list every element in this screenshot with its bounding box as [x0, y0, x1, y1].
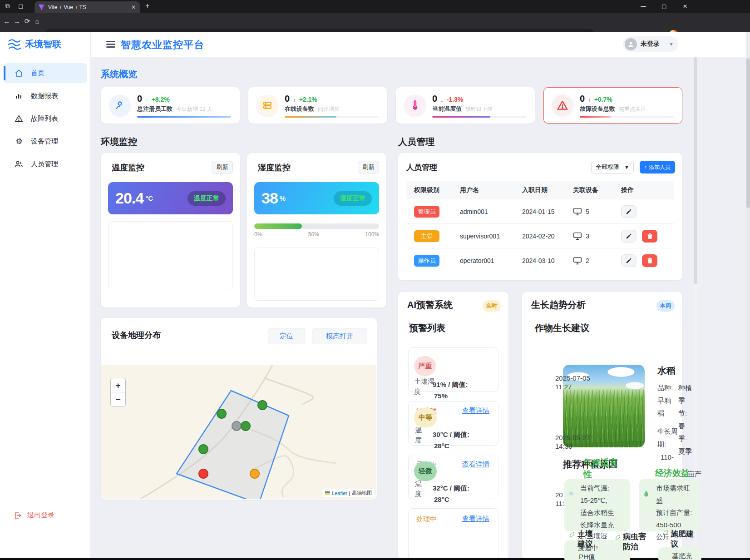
col-devices: 关联设备 — [565, 186, 613, 194]
sidebar-item-home[interactable]: 首页 — [4, 63, 87, 83]
sidebar-item-label: 设备管理 — [31, 137, 58, 146]
delete-button[interactable] — [642, 230, 657, 243]
climate-title: 气候适宜性 — [583, 457, 618, 481]
window-maximize-button[interactable]: ▢ — [656, 1, 672, 12]
trend-percent: +8.2% — [152, 96, 170, 103]
locate-button[interactable]: 定位 — [268, 328, 305, 344]
device-marker[interactable] — [217, 409, 227, 419]
realtime-badge: 实时 — [483, 300, 501, 312]
alert-threshold: 28°C — [434, 440, 449, 451]
device-marker[interactable] — [250, 469, 260, 479]
map-roads-layer — [101, 365, 376, 499]
scale-0: 0% — [254, 231, 262, 238]
edit-button[interactable] — [621, 205, 637, 218]
pencil-icon — [626, 233, 632, 239]
window-minimize-button[interactable]: — — [636, 1, 651, 12]
trend-percent: +0.7% — [594, 96, 612, 103]
chevron-down-icon: ▼ — [669, 41, 674, 47]
chevron-down-icon: ▼ — [624, 164, 629, 170]
device-marker[interactable] — [257, 400, 267, 410]
device-marker[interactable] — [198, 444, 208, 454]
sidebar-item-label: 人员管理 — [31, 160, 58, 168]
vite-favicon — [39, 5, 44, 10]
temperature-status-badge: 温度正常 — [188, 191, 226, 206]
crop-info-col1: 品种:早籼稻 — [657, 382, 673, 420]
sidebar-item-label: 首页 — [31, 69, 44, 78]
tab-title: Vite + Vue + TS — [48, 4, 128, 10]
browser-tab-bar: ⧉ ◻ Vite + Vue + TS ✕ + — ▢ ✕ — [0, 0, 750, 13]
device-marker[interactable] — [241, 421, 251, 431]
back-icon[interactable]: ← — [2, 17, 12, 25]
alert-item: 处理中 查看详情 — [408, 508, 498, 560]
home-icon[interactable]: ⌂ — [32, 17, 42, 25]
brand-name: 禾境智联 — [25, 38, 61, 50]
stat-card-faults: 0 ↑ +0.7% 故障设备总数 需重点关注 — [543, 87, 682, 124]
leaflet-link[interactable]: Leaflet — [332, 491, 347, 496]
tab-close-icon[interactable]: ✕ — [131, 4, 136, 10]
logo: 禾境智联 — [0, 32, 91, 57]
date-cell: 2024-03-10 — [514, 257, 565, 264]
forward-icon[interactable]: → — [12, 17, 22, 25]
pest-title: 病虫害防治 — [623, 532, 646, 552]
field-polygon — [177, 391, 289, 499]
hamburger-menu-icon[interactable] — [106, 41, 115, 48]
leaf-icon — [615, 535, 621, 540]
growth-card-title: 生长趋势分析 — [531, 299, 586, 311]
humidity-banner: 38 % 湿度正常 — [254, 182, 379, 214]
window-close-button[interactable]: ✕ — [677, 1, 693, 12]
user-menu[interactable]: 未登录 ▼ — [623, 36, 678, 52]
device-count: 2 — [586, 257, 589, 264]
section-title-overview: 系统概览 — [101, 68, 137, 80]
open-modal-button[interactable]: 模态打开 — [312, 328, 367, 344]
view-detail-link[interactable]: 查看详情 — [462, 460, 489, 469]
view-detail-link[interactable]: 查看详情 — [462, 515, 489, 523]
browser-tab[interactable]: Vite + Vue + TS ✕ — [35, 1, 140, 13]
permission-filter-select[interactable]: 全部权限 ▼ — [591, 161, 634, 173]
user-avatar — [625, 38, 637, 50]
new-tab-button[interactable]: + — [145, 2, 149, 10]
view-detail-link[interactable]: 查看详情 — [462, 406, 489, 415]
tab-actions-icon[interactable]: ◻ — [18, 2, 24, 10]
stat-progress-track — [580, 116, 674, 118]
sidebar-item-faults[interactable]: 故障列表 — [4, 109, 87, 129]
add-person-button[interactable]: + 添加人员 — [640, 161, 675, 173]
refresh-icon[interactable]: ⟳ — [22, 17, 32, 25]
sidebar-item-devices[interactable]: ⚙ 设备管理 — [4, 131, 87, 151]
col-date: 入职日期 — [514, 186, 565, 194]
delete-button[interactable] — [642, 254, 657, 267]
sidebar-item-label: 数据报表 — [31, 92, 58, 100]
photo-timestamp-fragment: 2011: — [555, 491, 564, 508]
map-provider-link[interactable]: 高德地图 — [352, 490, 372, 496]
sidebar-item-personnel[interactable]: 人员管理 — [4, 154, 87, 174]
alert-threshold: 75% — [434, 390, 448, 401]
sidebar-item-reports[interactable]: 数据报表 — [4, 86, 87, 106]
leaflet-map[interactable]: + − Leaflet | 高德地图 — [101, 365, 376, 499]
zoom-out-button[interactable]: − — [111, 392, 125, 406]
humidity-card-title: 湿度监控 — [258, 162, 291, 173]
logout-button[interactable]: 退出登录 — [14, 511, 54, 520]
device-marker[interactable] — [232, 421, 242, 431]
server-stat-icon — [257, 95, 278, 116]
edit-button[interactable] — [621, 230, 637, 243]
refresh-button[interactable]: 刷新 — [212, 161, 233, 173]
alert-status: 处理中 — [416, 515, 437, 524]
alert-threshold: 28°C — [434, 494, 449, 505]
workspaces-icon[interactable]: ⧉ — [5, 2, 10, 10]
growth-subtitle: 作物生长建议 — [535, 322, 589, 334]
refresh-button[interactable]: 刷新 — [358, 161, 379, 173]
scrollbar-thumb[interactable] — [746, 58, 750, 208]
page-scrollbar[interactable] — [746, 32, 750, 558]
actions-cell — [613, 205, 674, 218]
edit-button[interactable] — [621, 254, 637, 267]
stat-progress-fill — [580, 116, 611, 118]
zoom-in-button[interactable]: + — [111, 378, 125, 392]
monitor-icon — [573, 257, 582, 265]
device-marker[interactable] — [198, 469, 208, 479]
trend-percent: -1.3% — [447, 96, 464, 103]
stat-progress-fill — [285, 116, 336, 118]
trash-icon — [647, 233, 653, 239]
humidity-unit: % — [280, 194, 286, 202]
scrollbar-thumb[interactable] — [694, 57, 697, 284]
sidebar-item-label: 故障列表 — [31, 114, 58, 123]
logout-label: 退出登录 — [27, 511, 54, 520]
